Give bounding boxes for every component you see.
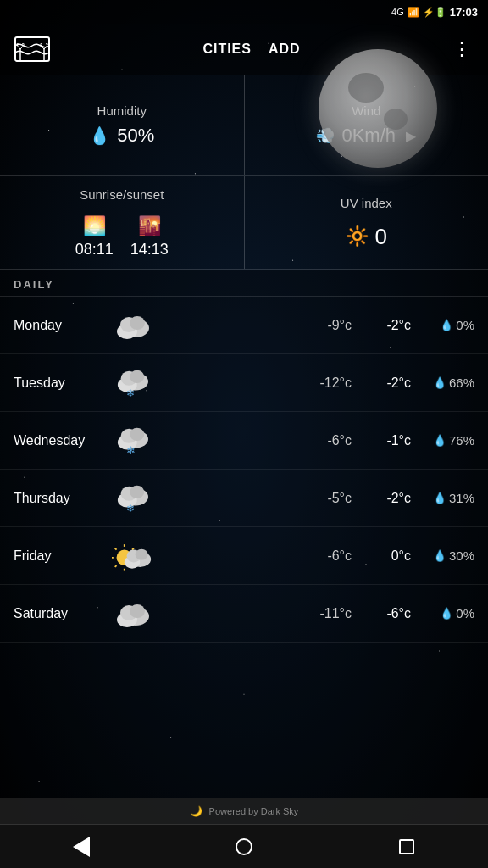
humidity-panel: Humidity 💧 50%: [0, 75, 245, 175]
uv-label: UV index: [341, 196, 392, 210]
svg-point-6: [130, 316, 145, 330]
temp-high-wednesday: -1°c: [369, 433, 411, 448]
humidity-drop-icon: 💧: [89, 125, 110, 146]
cities-button[interactable]: CITIES: [202, 42, 252, 57]
day-icon-monday: [107, 309, 158, 342]
status-bar: 4G 📶 ⚡🔋 17:03: [0, 0, 488, 24]
temp-low-tuesday: -12°c: [301, 376, 352, 391]
temp-high-thursday: -2°c: [369, 491, 411, 506]
temp-high-saturday: -6°c: [369, 606, 411, 621]
precip-friday: 💧 30%: [428, 548, 474, 563]
sunrise-time-item: 🌅 08:11: [75, 215, 114, 259]
back-button[interactable]: [60, 826, 103, 868]
moon-graphic: [319, 49, 437, 168]
precip-drop-icon: 💧: [433, 376, 446, 389]
svg-line-29: [115, 565, 117, 567]
precip-thursday: 💧 31%: [428, 491, 474, 505]
precip-pct-value: 0%: [456, 606, 474, 620]
uv-value: 0: [375, 224, 387, 250]
battery-icon: ⚡🔋: [423, 7, 446, 18]
precip-tuesday: 💧 66%: [428, 376, 474, 390]
svg-point-38: [130, 604, 145, 618]
header-navigation: CITIES ADD: [202, 42, 300, 57]
precip-drop-icon: 💧: [440, 319, 453, 331]
precip-pct-value: 66%: [449, 376, 474, 390]
sunrise-panel: Sunrise/sunset 🌅 08:11 🌇 14:13: [0, 176, 245, 269]
svg-point-10: [130, 370, 144, 382]
daily-section-label: DAILY: [0, 270, 488, 297]
svg-point-34: [136, 548, 148, 559]
day-icon-friday: [107, 540, 158, 572]
temp-low-friday: -6°c: [301, 548, 352, 564]
sunrise-uv-section: Sunrise/sunset 🌅 08:11 🌇 14:13 UV index …: [0, 176, 488, 270]
table-row: Thursday ❄ -5°c -2°c 💧 31%: [0, 470, 488, 527]
svg-text:❄: ❄: [126, 503, 135, 515]
app-footer: 🌙 Powered by Dark Sky: [0, 798, 488, 824]
precip-wednesday: 💧 76%: [428, 433, 474, 448]
svg-text:❄: ❄: [126, 444, 136, 457]
dark-sky-icon: 🌙: [190, 805, 202, 817]
sunset-icon: 🌇: [138, 215, 161, 237]
signal-icon: 📶: [408, 7, 419, 18]
svg-text:❄: ❄: [126, 387, 135, 399]
svg-point-15: [130, 427, 144, 440]
precip-drop-icon: 💧: [433, 492, 446, 504]
sunrise-label: Sunrise/sunset: [80, 187, 164, 202]
table-row: Tuesday ❄ -12°c -2°c 💧 66%: [0, 354, 488, 412]
temp-low-saturday: -11°c: [301, 606, 352, 621]
precip-saturday: 💧 0%: [428, 606, 474, 620]
table-row: Saturday -11°c -6°c 💧 0%: [0, 585, 488, 643]
humidity-wind-section: Humidity 💧 50% Wind 💨 0Km/h ▶: [0, 75, 488, 176]
precip-pct-value: 31%: [449, 491, 474, 505]
temp-high-monday: -2°c: [369, 318, 411, 333]
day-icon-tuesday: ❄: [107, 367, 158, 399]
day-name-tuesday: Tuesday: [14, 376, 107, 391]
precip-drop-icon: 💧: [433, 549, 446, 562]
svg-point-20: [130, 485, 144, 498]
recent-apps-icon: [399, 839, 414, 854]
day-icon-wednesday: ❄: [107, 425, 158, 457]
uv-panel: UV index 🔆 0: [245, 176, 489, 269]
uv-sun-icon: 🔆: [346, 225, 369, 248]
recent-apps-button[interactable]: [385, 826, 428, 868]
powered-by-label: Powered by Dark Sky: [209, 806, 299, 816]
day-name-thursday: Thursday: [14, 491, 107, 506]
sunrise-icon: 🌅: [83, 215, 106, 237]
precip-drop-icon: 💧: [433, 434, 446, 447]
temp-low-wednesday: -6°c: [301, 433, 352, 448]
svg-line-30: [132, 548, 134, 549]
sunset-time-value: 14:13: [130, 241, 169, 259]
day-name-saturday: Saturday: [14, 606, 107, 621]
temp-low-thursday: -5°c: [301, 491, 352, 506]
precip-monday: 💧 0%: [428, 318, 474, 332]
back-arrow-icon: [73, 837, 90, 857]
app-logo[interactable]: [14, 32, 54, 66]
table-row: Monday -9°c -2°c 💧 0%: [0, 297, 488, 354]
humidity-label: Humidity: [97, 103, 147, 118]
table-row: Wednesday ❄ -6°c -1°c 💧 76%: [0, 412, 488, 470]
clock: 17:03: [450, 6, 478, 19]
network-indicator: 4G: [391, 7, 404, 17]
temp-high-friday: 0°c: [369, 548, 411, 564]
temp-high-tuesday: -2°c: [369, 376, 411, 391]
day-icon-saturday: [107, 598, 158, 630]
precip-pct-value: 0%: [456, 318, 474, 332]
table-row: Friday: [0, 527, 488, 585]
precip-drop-icon: 💧: [440, 607, 453, 620]
add-button[interactable]: ADD: [269, 42, 301, 57]
navigation-bar: [0, 824, 488, 868]
day-icon-thursday: ❄: [107, 482, 158, 515]
day-name-friday: Friday: [14, 548, 107, 564]
precip-pct-value: 76%: [449, 433, 474, 448]
sunset-time-item: 🌇 14:13: [130, 215, 169, 259]
svg-line-27: [115, 548, 117, 549]
sunrise-time-value: 08:11: [75, 241, 114, 259]
day-name-monday: Monday: [14, 318, 107, 333]
humidity-value: 50%: [117, 125, 154, 147]
home-button[interactable]: [223, 826, 265, 868]
more-menu-button[interactable]: ⋮: [449, 35, 474, 64]
precip-pct-value: 30%: [449, 548, 474, 563]
home-circle-icon: [236, 838, 252, 855]
daily-forecast-section: DAILY Monday -9°c -2°c 💧 0%: [0, 270, 488, 798]
day-name-wednesday: Wednesday: [14, 433, 107, 448]
